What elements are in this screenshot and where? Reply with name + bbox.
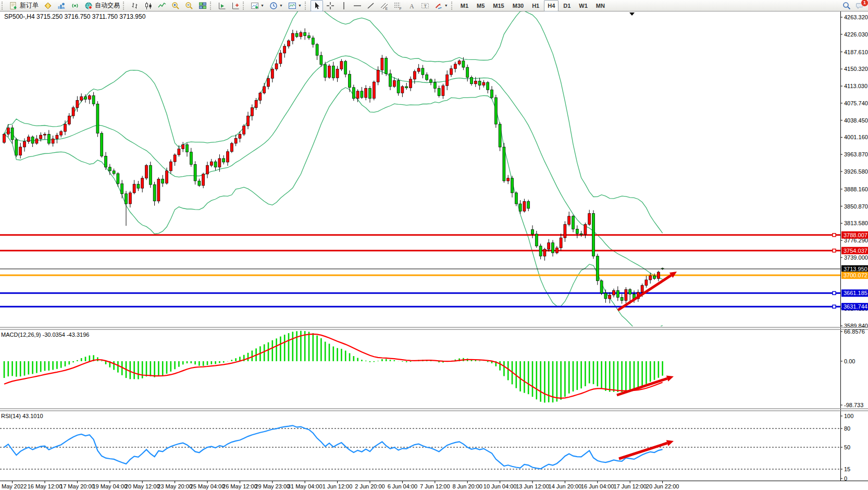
svg-text:3888.160: 3888.160 — [844, 186, 868, 192]
bars-icon — [131, 2, 139, 10]
rsi-label: RSI(14) 43.1010 — [1, 413, 43, 419]
new-order-button-label: 新订单 — [20, 1, 39, 10]
svg-text:20 Jun 22:00: 20 Jun 22:00 — [646, 483, 679, 489]
dropdown-caret-icon: ▼ — [261, 4, 264, 7]
templates-button[interactable]: ▼ — [286, 0, 304, 11]
zoom-in-button[interactable] — [169, 0, 182, 11]
vline-icon — [340, 2, 348, 10]
svg-text:13 Jun 12:00: 13 Jun 12:00 — [516, 483, 549, 489]
svg-text:0.00: 0.00 — [844, 358, 855, 364]
level-handle[interactable] — [833, 249, 836, 252]
notifications-button[interactable]: 1 — [854, 0, 866, 11]
level-handle[interactable] — [833, 291, 836, 295]
tf-h4-button-label: H4 — [548, 3, 555, 9]
svg-text:4113.030: 4113.030 — [844, 83, 867, 89]
tf-m5-button-label: M5 — [477, 3, 485, 9]
svg-text:May 2022: May 2022 — [2, 483, 27, 489]
periods-button[interactable]: ▼ — [267, 0, 285, 11]
arrows-button[interactable]: ▼ — [432, 0, 450, 11]
svg-text:T: T — [424, 3, 427, 8]
svg-text:17 May 20:00: 17 May 20:00 — [60, 483, 95, 489]
fibonacci-button[interactable]: F — [392, 0, 404, 11]
svg-text:20 May 12:00: 20 May 12:00 — [125, 483, 160, 489]
level-handle[interactable] — [833, 234, 836, 237]
dropdown-caret-icon: ▼ — [444, 4, 448, 7]
trade-group: 新订单自动交易 — [7, 0, 122, 11]
svg-text:23 May 20:00: 23 May 20:00 — [157, 483, 192, 489]
macd-label: MACD(12,26,9) -30.0354 -43.3196 — [1, 332, 89, 338]
tf-m30-button[interactable]: M30 — [509, 0, 527, 11]
market-watch-button[interactable] — [55, 0, 68, 11]
svg-text:26 May 12:00: 26 May 12:00 — [222, 483, 257, 489]
tf-w1-button[interactable]: W1 — [575, 0, 591, 11]
tf-h4-button[interactable]: H4 — [544, 0, 559, 11]
svg-text:-98.733: -98.733 — [844, 402, 863, 408]
svg-text:4187.610: 4187.610 — [844, 49, 868, 55]
toolbar-gripper — [243, 2, 246, 10]
candles-icon — [144, 2, 153, 10]
signals-button[interactable] — [69, 0, 81, 11]
objects-group: ▼▼▼ — [248, 0, 304, 11]
svg-text:3713.950: 3713.950 — [844, 266, 867, 272]
tile-windows-button[interactable] — [196, 0, 209, 11]
vertical-line-button[interactable] — [338, 0, 350, 11]
chart-shift-icon — [231, 2, 240, 10]
svg-text:F: F — [399, 6, 401, 10]
equidistant-channel-button[interactable]: E — [378, 0, 391, 11]
tf-h1-button-label: H1 — [532, 3, 539, 9]
trendline-icon — [367, 2, 375, 10]
tf-mn-button[interactable]: MN — [592, 0, 609, 11]
chart-canvas[interactable]: SP500-,H4 3715.250 3716.750 3711.750 371… — [0, 11, 868, 490]
candlestick-button[interactable] — [142, 0, 155, 11]
tf-m1-button[interactable]: M1 — [457, 0, 472, 11]
notification-count-badge: 1 — [861, 0, 868, 7]
new-order-button[interactable]: 新订单 — [7, 0, 41, 11]
bar-chart-button[interactable] — [129, 0, 141, 11]
svg-text:16 Jun 04:00: 16 Jun 04:00 — [581, 483, 614, 489]
svg-text:29 May 23:00: 29 May 23:00 — [255, 483, 290, 489]
svg-text:3739.000: 3739.000 — [844, 254, 868, 261]
tf-m15-button[interactable]: M15 — [489, 0, 507, 11]
level-handle[interactable] — [833, 305, 836, 308]
auto-scroll-icon — [218, 2, 226, 10]
svg-text:4001.160: 4001.160 — [844, 134, 868, 140]
svg-text:4075.740: 4075.740 — [844, 100, 868, 106]
tf-d1-button[interactable]: D1 — [560, 0, 574, 11]
text-label-button[interactable]: T — [419, 0, 431, 11]
periods-icon — [269, 2, 278, 10]
crosshair-icon — [326, 2, 334, 10]
indicators-button[interactable]: ▼ — [249, 0, 266, 11]
svg-text:3813.580: 3813.580 — [844, 220, 868, 226]
svg-text:16 May 12:00: 16 May 12:00 — [28, 483, 63, 489]
svg-text:66.8576: 66.8576 — [844, 328, 865, 335]
text-icon: A — [407, 2, 416, 10]
search-icon — [842, 2, 851, 10]
autotrading-button-label: 自动交易 — [95, 1, 120, 10]
crosshair-button[interactable] — [324, 0, 337, 11]
tf-h1-button[interactable]: H1 — [528, 0, 543, 11]
line-chart-button[interactable] — [156, 0, 168, 11]
autotrading-button[interactable]: 自动交易 — [82, 0, 122, 11]
svg-text:25 May 04:00: 25 May 04:00 — [190, 483, 225, 489]
svg-text:7 Jun 12:00: 7 Jun 12:00 — [420, 483, 450, 489]
chart-title: SP500-,H4 3715.250 3716.750 3711.750 371… — [4, 13, 146, 20]
tf-m5-button[interactable]: M5 — [473, 0, 488, 11]
horizontal-line-button[interactable] — [351, 0, 364, 11]
line-chart-icon — [158, 2, 166, 10]
svg-text:50: 50 — [844, 444, 850, 450]
cursor-button[interactable] — [311, 0, 323, 11]
history-button[interactable] — [42, 0, 54, 11]
search-button[interactable] — [840, 0, 853, 11]
trendline-button[interactable] — [365, 0, 377, 11]
svg-text:4038.450: 4038.450 — [844, 117, 868, 124]
zoom-out-button[interactable] — [183, 0, 195, 11]
svg-text:15: 15 — [844, 466, 850, 472]
toolbar-right-group: 1 — [840, 0, 867, 11]
tf-d1-button-label: D1 — [563, 3, 571, 9]
svg-text:3788.007: 3788.007 — [844, 232, 867, 238]
auto-scroll-button[interactable] — [216, 0, 228, 11]
tf-m30-button-label: M30 — [513, 3, 524, 9]
svg-text:1 Jun 12:00: 1 Jun 12:00 — [323, 483, 353, 489]
chart-shift-button[interactable] — [229, 0, 242, 11]
text-button[interactable]: A — [405, 0, 418, 11]
